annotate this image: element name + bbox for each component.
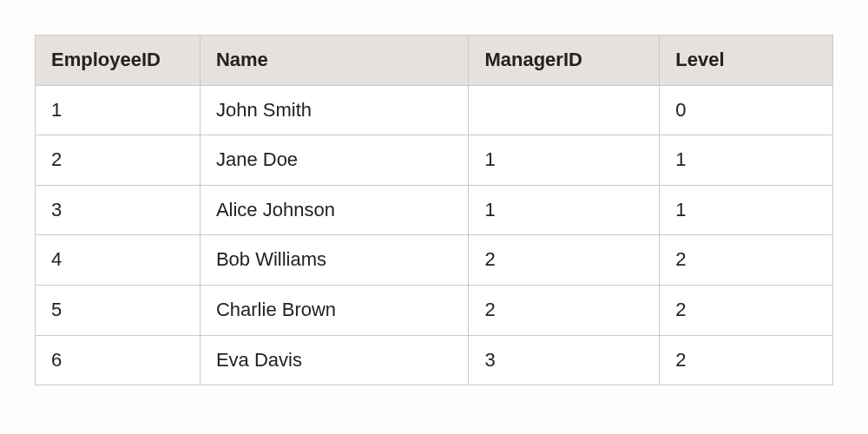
- cell-manager-id: 2: [469, 285, 660, 335]
- cell-employee-id: 3: [36, 185, 201, 235]
- cell-name: Bob Williams: [200, 235, 469, 286]
- cell-manager-id: 1: [469, 135, 660, 186]
- table-row: 1 John Smith 0: [36, 85, 833, 135]
- table-row: 5 Charlie Brown 2 2: [36, 285, 833, 335]
- cell-name: Charlie Brown: [200, 285, 469, 335]
- cell-name: Jane Doe: [200, 135, 469, 186]
- cell-level: 2: [660, 285, 833, 335]
- cell-manager-id: 1: [469, 185, 660, 235]
- cell-employee-id: 2: [36, 135, 201, 186]
- cell-manager-id: [469, 85, 660, 135]
- header-manager-id: ManagerID: [469, 36, 660, 86]
- cell-employee-id: 6: [36, 335, 201, 385]
- table-row: 6 Eva Davis 3 2: [36, 335, 833, 385]
- table-header-row: EmployeeID Name ManagerID Level: [36, 36, 833, 86]
- cell-level: 0: [660, 85, 833, 135]
- cell-employee-id: 5: [36, 285, 201, 335]
- cell-employee-id: 1: [36, 85, 201, 135]
- header-employee-id: EmployeeID: [36, 36, 201, 86]
- employee-table: EmployeeID Name ManagerID Level 1 John S…: [35, 35, 833, 385]
- cell-level: 1: [660, 185, 833, 235]
- cell-level: 1: [660, 135, 833, 186]
- table-row: 3 Alice Johnson 1 1: [36, 185, 833, 235]
- table-row: 4 Bob Williams 2 2: [36, 235, 833, 286]
- cell-level: 2: [660, 235, 833, 286]
- cell-manager-id: 3: [469, 335, 660, 385]
- cell-name: Eva Davis: [200, 335, 469, 385]
- header-name: Name: [200, 36, 469, 86]
- cell-level: 2: [660, 335, 833, 385]
- cell-name: Alice Johnson: [200, 185, 469, 235]
- cell-employee-id: 4: [36, 235, 201, 286]
- header-level: Level: [660, 36, 833, 86]
- table-row: 2 Jane Doe 1 1: [36, 135, 833, 186]
- cell-manager-id: 2: [469, 235, 660, 286]
- cell-name: John Smith: [200, 85, 469, 135]
